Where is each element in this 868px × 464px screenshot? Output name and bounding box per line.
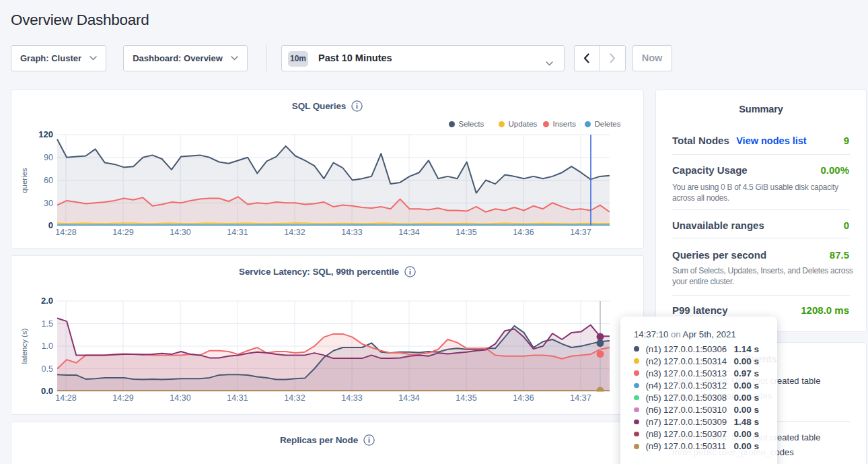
svg-text:14:35: 14:35 — [456, 393, 476, 403]
svg-text:14:28: 14:28 — [55, 228, 76, 237]
svg-text:14:30: 14:30 — [170, 228, 190, 237]
svg-text:120: 120 — [38, 129, 53, 139]
svg-text:14:32: 14:32 — [284, 228, 305, 237]
svg-text:14:36: 14:36 — [513, 393, 534, 403]
svg-text:14:30: 14:30 — [170, 393, 190, 403]
svg-text:1.0: 1.0 — [42, 341, 53, 351]
svg-text:14:35: 14:35 — [456, 228, 476, 237]
svg-text:14:34: 14:34 — [398, 393, 419, 403]
svg-text:14:29: 14:29 — [112, 228, 133, 237]
svg-text:2.0: 2.0 — [41, 296, 53, 306]
svg-text:14:37: 14:37 — [570, 228, 591, 237]
svg-text:14:33: 14:33 — [341, 393, 362, 403]
svg-text:0: 0 — [48, 220, 53, 230]
svg-text:14:31: 14:31 — [227, 393, 248, 403]
svg-text:0.5: 0.5 — [42, 364, 53, 374]
svg-text:14:32: 14:32 — [284, 393, 305, 403]
svg-text:14:28: 14:28 — [55, 393, 76, 403]
svg-text:queries: queries — [20, 168, 28, 193]
svg-text:60: 60 — [44, 176, 53, 185]
svg-text:latency (s): latency (s) — [20, 328, 28, 364]
svg-text:14:29: 14:29 — [112, 393, 133, 403]
svg-text:14:36: 14:36 — [513, 228, 534, 237]
svg-text:14:34: 14:34 — [398, 228, 419, 237]
svg-text:14:33: 14:33 — [341, 228, 362, 237]
svg-text:30: 30 — [44, 199, 53, 208]
svg-text:14:37: 14:37 — [570, 393, 591, 403]
svg-text:0.0: 0.0 — [41, 386, 53, 396]
svg-text:1.5: 1.5 — [42, 319, 53, 329]
svg-text:14:31: 14:31 — [227, 228, 248, 237]
svg-text:90: 90 — [44, 153, 53, 162]
